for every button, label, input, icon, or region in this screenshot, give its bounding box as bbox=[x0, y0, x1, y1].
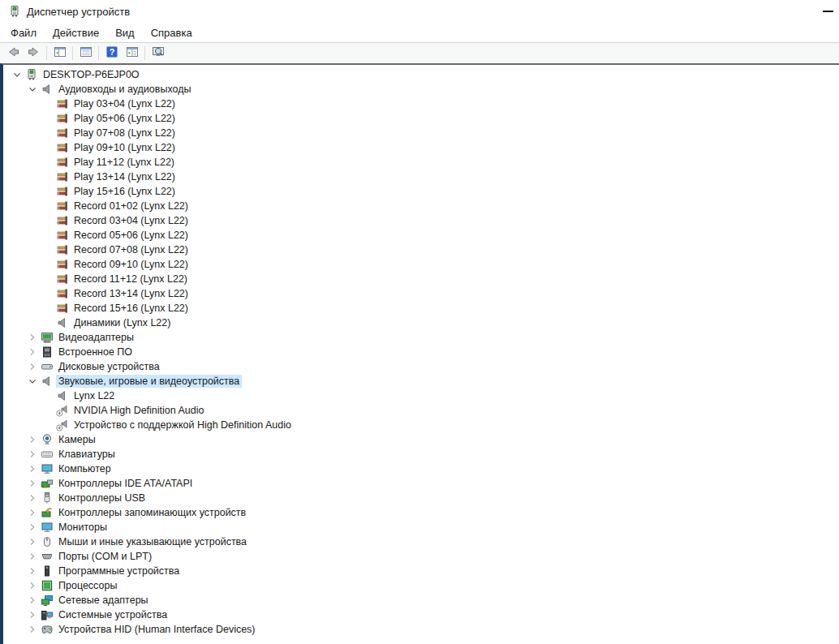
tree-item-label[interactable]: Play 09+10 (Lynx L22) bbox=[71, 141, 178, 154]
tree-item[interactable]: Программные устройства bbox=[3, 564, 839, 578]
chevron-down-icon[interactable] bbox=[25, 83, 39, 96]
tree-item[interactable]: Звуковые, игровые и видеоустройства bbox=[3, 374, 839, 389]
tree-item[interactable]: Play 15+16 (Lynx L22) bbox=[3, 184, 839, 199]
chevron-right-icon[interactable] bbox=[25, 506, 39, 519]
forward-button[interactable] bbox=[24, 45, 44, 62]
tree-item-label[interactable]: Play 15+16 (Lynx L22) bbox=[71, 185, 178, 198]
tree-item-label[interactable]: Контроллеры IDE ATA/ATAPI bbox=[56, 477, 195, 490]
chevron-right-icon[interactable] bbox=[25, 550, 39, 563]
tree-item[interactable]: Контроллеры IDE ATA/ATAPI bbox=[3, 476, 839, 491]
tree-item-label[interactable]: Record 03+04 (Lynx L22) bbox=[71, 214, 191, 227]
tree-item[interactable]: Динамики (Lynx L22) bbox=[3, 316, 839, 330]
tree-item[interactable]: Контроллеры запоминающих устройств bbox=[3, 505, 839, 520]
tree-item[interactable]: Record 15+16 (Lynx L22) bbox=[3, 301, 839, 316]
tree-item[interactable]: Play 13+14 (Lynx L22) bbox=[3, 170, 839, 184]
chevron-right-icon[interactable] bbox=[25, 360, 39, 373]
tree-item-label[interactable]: Устройства HID (Human Interface Devices) bbox=[56, 623, 258, 636]
chevron-right-icon[interactable] bbox=[25, 462, 39, 475]
chevron-right-icon[interactable] bbox=[25, 433, 39, 446]
tree-item[interactable]: Мониторы bbox=[3, 520, 839, 535]
menu-help[interactable]: Справка bbox=[143, 24, 200, 41]
tree-item-label[interactable]: Record 01+02 (Lynx L22) bbox=[71, 200, 191, 213]
chevron-right-icon[interactable] bbox=[25, 477, 39, 490]
tree-item[interactable]: Lynx L22 bbox=[3, 389, 839, 403]
tree-item-label[interactable]: Record 13+14 (Lynx L22) bbox=[71, 287, 191, 300]
tree-item[interactable]: Компьютер bbox=[3, 462, 839, 476]
tree-item-label[interactable]: Контроллеры USB bbox=[56, 492, 148, 504]
tree-item[interactable]: Record 01+02 (Lynx L22) bbox=[3, 199, 839, 213]
tree-item[interactable]: Камеры bbox=[3, 432, 839, 447]
tree-item-label[interactable]: Программные устройства bbox=[56, 565, 182, 577]
tree-item-label[interactable]: Порты (COM и LPT) bbox=[56, 550, 154, 563]
tree-item-label[interactable]: Play 05+06 (Lynx L22) bbox=[71, 112, 178, 125]
show-console-tree-button[interactable] bbox=[49, 45, 70, 62]
chevron-right-icon[interactable] bbox=[25, 608, 39, 621]
tree-item-label[interactable]: Компьютер bbox=[56, 462, 114, 475]
tree-item[interactable]: Порты (COM и LPT) bbox=[3, 549, 839, 564]
tree-item-label[interactable]: Встроенное ПО bbox=[56, 346, 135, 358]
tree-item[interactable]: Устройства HID (Human Interface Devices) bbox=[3, 622, 839, 637]
chevron-right-icon[interactable] bbox=[25, 448, 39, 461]
tree-item-label[interactable]: Play 11+12 (Lynx L22) bbox=[71, 156, 177, 169]
tree-item-label[interactable]: Record 07+08 (Lynx L22) bbox=[71, 243, 191, 256]
chevron-right-icon[interactable] bbox=[25, 594, 39, 607]
chevron-right-icon[interactable] bbox=[25, 492, 39, 504]
tree-item[interactable]: Play 03+04 (Lynx L22) bbox=[3, 97, 839, 111]
tree-item-label[interactable]: Аудиовходы и аудиовыходы bbox=[56, 83, 193, 96]
tree-item-label[interactable]: Дисковые устройства bbox=[56, 360, 162, 373]
menu-action[interactable]: Действие bbox=[45, 24, 107, 41]
tree-item-label[interactable]: Сетевые адаптеры bbox=[56, 594, 151, 607]
tree-item[interactable]: Дисковые устройства bbox=[3, 359, 839, 374]
tree-item-label[interactable]: Record 05+06 (Lynx L22) bbox=[71, 229, 191, 242]
tree-item-label[interactable]: Процессоры bbox=[56, 579, 119, 592]
tree-item-label[interactable]: Видеоадаптеры bbox=[56, 331, 136, 344]
tree-item-label[interactable]: Play 07+08 (Lynx L22) bbox=[71, 127, 178, 140]
tree-item[interactable]: Record 07+08 (Lynx L22) bbox=[3, 243, 839, 257]
chevron-right-icon[interactable] bbox=[25, 623, 39, 636]
tree-item[interactable]: Видеоадаптеры bbox=[3, 330, 839, 345]
tree-item-label[interactable]: Системные устройства bbox=[56, 608, 170, 621]
chevron-right-icon[interactable] bbox=[25, 331, 39, 344]
tree-item-label[interactable]: Контроллеры запоминающих устройств bbox=[56, 506, 248, 519]
tree-item[interactable]: Аудиовходы и аудиовыходы bbox=[3, 82, 839, 97]
tree-item[interactable]: Встроенное ПО bbox=[3, 345, 839, 359]
tree-item-label[interactable]: Play 13+14 (Lynx L22) bbox=[71, 170, 178, 183]
tree-item[interactable]: Сетевые адаптеры bbox=[3, 593, 839, 608]
tree-item-label[interactable]: Record 11+12 (Lynx L22) bbox=[71, 273, 190, 286]
chevron-right-icon[interactable] bbox=[25, 521, 39, 534]
menu-view[interactable]: Вид bbox=[107, 24, 143, 41]
show-action-pane-button[interactable] bbox=[122, 45, 142, 62]
chevron-right-icon[interactable] bbox=[25, 346, 39, 358]
scan-hardware-changes-button[interactable] bbox=[148, 45, 168, 62]
tree-item[interactable]: Record 05+06 (Lynx L22) bbox=[3, 228, 839, 243]
tree-item[interactable]: DESKTOP-P6EJP0O bbox=[3, 67, 839, 82]
tree-item[interactable]: NVIDIA High Definition Audio bbox=[3, 403, 839, 418]
tree-item[interactable]: Устройство с поддержкой High Definition … bbox=[3, 418, 839, 432]
tree-item[interactable]: Контроллеры USB bbox=[3, 491, 839, 505]
chevron-down-icon[interactable] bbox=[25, 375, 39, 388]
tree-item-label[interactable]: DESKTOP-P6EJP0O bbox=[41, 68, 142, 81]
tree-item[interactable]: Клавиатуры bbox=[3, 447, 839, 462]
tree-item-label[interactable]: Клавиатуры bbox=[56, 448, 118, 461]
tree-item-label[interactable]: Record 15+16 (Lynx L22) bbox=[71, 302, 191, 315]
tree-item-label[interactable]: Динамики (Lynx L22) bbox=[71, 316, 173, 329]
chevron-right-icon[interactable] bbox=[25, 579, 39, 592]
chevron-right-icon[interactable] bbox=[25, 565, 39, 577]
tree-item[interactable]: Record 09+10 (Lynx L22) bbox=[3, 257, 839, 272]
properties-button[interactable] bbox=[75, 45, 96, 62]
tree-item[interactable]: Play 05+06 (Lynx L22) bbox=[3, 111, 839, 126]
tree-item[interactable]: Мыши и иные указывающие устройства bbox=[3, 535, 839, 549]
minimize-button[interactable] bbox=[823, 11, 833, 12]
menu-file[interactable]: Файл bbox=[2, 24, 45, 41]
tree-item[interactable]: Record 11+12 (Lynx L22) bbox=[3, 272, 839, 286]
tree-item-label[interactable]: Устройство с поддержкой High Definition … bbox=[71, 419, 294, 431]
tree-item[interactable]: Play 11+12 (Lynx L22) bbox=[3, 155, 839, 170]
tree-item[interactable]: Play 07+08 (Lynx L22) bbox=[3, 126, 839, 140]
tree-item[interactable]: Play 09+10 (Lynx L22) bbox=[3, 140, 839, 155]
tree-item-label[interactable]: Звуковые, игровые и видеоустройства bbox=[56, 375, 242, 388]
tree-item[interactable]: Процессоры bbox=[3, 578, 839, 593]
back-button[interactable] bbox=[3, 45, 24, 62]
tree-item-label[interactable]: NVIDIA High Definition Audio bbox=[71, 404, 207, 417]
tree-item[interactable]: Record 13+14 (Lynx L22) bbox=[3, 286, 839, 301]
tree-item-label[interactable]: Мыши и иные указывающие устройства bbox=[56, 535, 249, 548]
